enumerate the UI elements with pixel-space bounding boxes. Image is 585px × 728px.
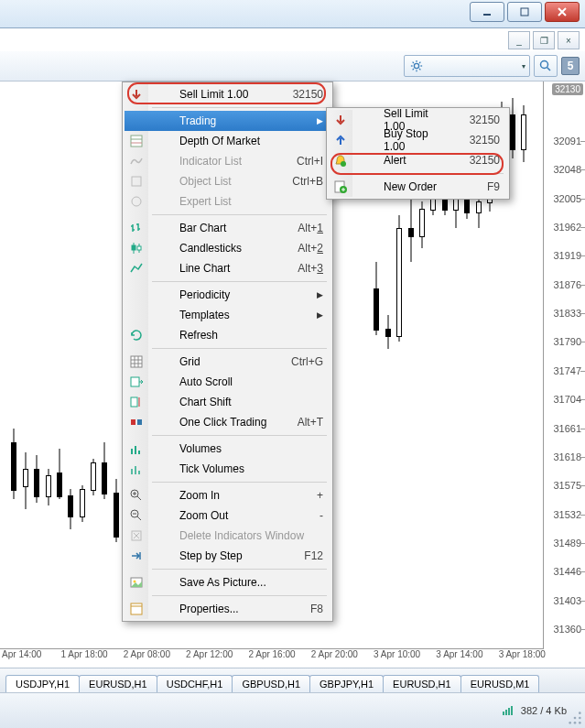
menu-zoom-in[interactable]: Zoom In + [125, 485, 330, 505]
resize-grip[interactable] [568, 711, 582, 725]
menu-value: 32150 [470, 114, 500, 126]
x-tick: 2 Apr 16:00 [248, 649, 295, 659]
menu-shortcut: Alt+2 [298, 242, 323, 255]
menu-depth-of-market[interactable]: Depth Of Market [125, 131, 330, 151]
buy-arrow-icon [333, 133, 348, 147]
chart-tab[interactable]: EURUSD,H1 [383, 675, 461, 692]
menu-volumes[interactable]: Volumes [125, 439, 330, 459]
y-tick: 31661 [553, 423, 581, 434]
menu-candlesticks[interactable]: Candlesticks Alt+2 [125, 238, 330, 258]
maximize-button[interactable] [507, 2, 542, 22]
menu-expert-list[interactable]: Expert List [125, 191, 330, 212]
menu-indicator-list[interactable]: Indicator List Ctrl+I [125, 151, 330, 171]
y-tick: 31360 [553, 624, 581, 635]
menu-label: Indicator List [179, 155, 278, 168]
menu-line-chart[interactable]: Line Chart Alt+3 [125, 258, 330, 278]
svg-point-69 [569, 722, 571, 724]
menu-shortcut: F8 [310, 603, 323, 615]
submenu-buy-stop[interactable]: Buy Stop 1.00 32150 [329, 130, 507, 150]
svg-line-9 [413, 69, 414, 70]
svg-point-57 [341, 161, 346, 167]
y-tick: 31833 [553, 308, 581, 319]
menu-bar-chart[interactable]: Bar Chart Alt+1 [125, 218, 330, 238]
menu-label: Line Chart [179, 262, 279, 275]
y-tick: 32091 [553, 136, 581, 147]
menu-chart-shift[interactable]: Chart Shift [125, 392, 330, 412]
menu-label: Object List [179, 175, 274, 188]
x-tick: Apr 14:00 [2, 649, 41, 659]
svg-point-67 [574, 717, 577, 720]
submenu-new-order[interactable]: New Order F9 [329, 177, 507, 197]
connection-icon [501, 703, 515, 718]
y-tick: 31489 [553, 538, 581, 549]
menu-zoom-out[interactable]: Zoom Out - [125, 505, 330, 526]
menu-trading[interactable]: Trading ▶ [125, 111, 330, 131]
chart-tab[interactable]: EURUSD,H1 [79, 675, 157, 692]
status-bar: 382 / 4 Kb [0, 692, 585, 728]
menu-templates[interactable]: Templates ▶ [125, 305, 330, 325]
svg-point-68 [574, 722, 577, 724]
svg-rect-60 [503, 712, 504, 715]
svg-point-64 [579, 712, 581, 714]
y-tick: 31747 [553, 365, 581, 376]
menu-label: Candlesticks [179, 242, 279, 255]
menu-delete-indicators[interactable]: Delete Indicators Window [125, 526, 330, 546]
mdi-restore-button[interactable]: ❐ [533, 31, 555, 49]
x-tick: 2 Apr 08:00 [124, 649, 170, 659]
menu-properties[interactable]: Properties... F8 [125, 599, 330, 619]
menu-refresh[interactable]: Refresh [125, 325, 330, 345]
svg-rect-62 [508, 708, 510, 715]
menu-one-click[interactable]: One Click Trading Alt+T [125, 412, 330, 432]
close-button[interactable] [545, 2, 580, 22]
mdi-minimize-button[interactable]: _ [508, 31, 530, 49]
menu-label: Alert [384, 154, 451, 167]
menu-auto-scroll[interactable]: Auto Scroll [125, 372, 330, 392]
svg-rect-38 [131, 449, 133, 454]
menu-object-list[interactable]: Object List Ctrl+B [125, 171, 330, 191]
menu-sell-limit[interactable]: Sell Limit 1.00 32150 [125, 84, 330, 104]
menu-label: Bar Chart [179, 222, 279, 234]
menu-label: Refresh [179, 329, 323, 342]
chart-tab[interactable]: EURUSD,M1 [460, 675, 540, 692]
svg-line-10 [419, 62, 420, 63]
menu-step-by-step[interactable]: Step by Step F12 [125, 546, 330, 566]
menu-label: New Order [384, 180, 469, 193]
menu-periodicity[interactable]: Periodicity ▶ [125, 285, 330, 305]
indicator-icon [129, 154, 144, 168]
menu-label: Save As Picture... [179, 576, 323, 589]
submenu-alert[interactable]: Alert 32150 [329, 150, 507, 170]
menu-shortcut: F9 [487, 180, 500, 193]
svg-line-49 [137, 516, 141, 520]
svg-rect-34 [131, 397, 137, 407]
menu-tick-volumes[interactable]: Tick Volumes [125, 459, 330, 479]
chart-tab[interactable]: USDCHF,H1 [157, 675, 233, 692]
menu-shortcut: + [317, 489, 323, 502]
menu-grid[interactable]: Grid Ctrl+G [125, 352, 330, 372]
context-menu: Sell Limit 1.00 32150 Trading ▶ Depth Of… [122, 81, 333, 622]
app-window: _ ❐ × ▾ 5 32130 320913204832005319623191… [0, 0, 585, 728]
settings-dropdown[interactable]: ▾ [404, 55, 530, 77]
menu-save-picture[interactable]: Save As Picture... [125, 572, 330, 592]
properties-icon [129, 602, 144, 616]
y-tick: 31575 [553, 480, 581, 491]
svg-rect-27 [137, 246, 141, 250]
menu-shortcut: F12 [304, 549, 323, 562]
svg-point-11 [541, 61, 548, 69]
svg-rect-39 [135, 446, 136, 454]
grid-icon [129, 354, 144, 369]
svg-rect-55 [131, 603, 142, 614]
menu-shortcut: Ctrl+G [291, 355, 323, 368]
object-icon [129, 174, 144, 189]
search-button[interactable] [534, 55, 558, 77]
menu-label: One Click Trading [179, 416, 279, 429]
svg-point-65 [579, 717, 581, 720]
minimize-button[interactable] [470, 2, 504, 22]
svg-point-66 [579, 722, 581, 724]
chart-tab[interactable]: GBPJPY,H1 [309, 675, 384, 692]
y-tick: 31876 [553, 279, 581, 290]
mdi-close-button[interactable]: × [558, 31, 580, 49]
chart-tab[interactable]: USDJPY,H1 [5, 675, 80, 693]
menu-value: 32150 [470, 134, 500, 147]
oneclick-icon [129, 415, 144, 429]
chart-tab[interactable]: GBPUSD,H1 [232, 675, 310, 692]
